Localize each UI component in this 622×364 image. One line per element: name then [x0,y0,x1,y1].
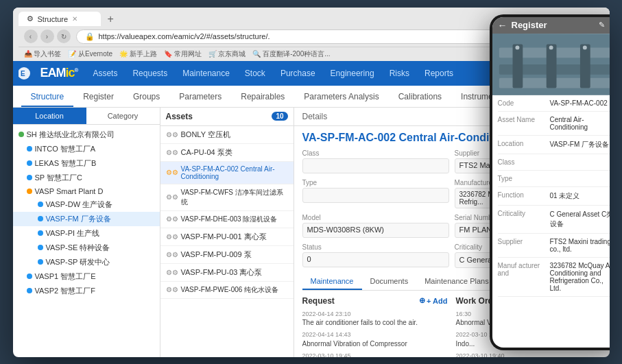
nav-maintenance[interactable]: Maintenance [176,64,237,82]
tree-item-sh[interactable]: SH 推达纸业北京有限公司 [13,128,160,142]
bookmark-jd[interactable]: 🛒 京东商城 [208,49,246,59]
detail-tab-maintenance-plans[interactable]: Maintenance Plans [416,274,497,290]
request-item-3[interactable]: 2022-03-10 19:45 Indoor unit is noisy. [302,352,448,357]
request-text: Abnormal Vibration of Compressor [302,339,448,349]
phone-row-asset-name: Asset Name Central Air-Conditioning [498,112,610,136]
work-order-item-3[interactable]: 2022-03-10 19:40 Air c... [456,352,601,357]
phone-asset-name-value: Central Air-Conditioning [550,116,610,131]
asset-item-label: BONLY 空压机 [181,130,230,140]
tree-item-vasp-fm[interactable]: VASP-FM 厂务设备 [13,212,160,226]
type-field: Type [302,179,449,208]
tree-item-label: VASP1 智慧工厂E [35,271,96,282]
dot-icon [27,189,32,194]
nav-purchase[interactable]: Purchase [274,64,322,82]
request-item-1[interactable]: 2022-04-14 23:10 The air conditioner fai… [302,310,448,328]
phone-class-value [550,158,610,166]
phone-title: Register [512,20,595,30]
class-value [302,158,449,173]
asset-item-label: VASP-FM-PWE-006 纯化水设备 [181,285,279,295]
refresh-button[interactable]: ↻ [57,29,71,43]
tab-close-btn[interactable]: ✕ [72,15,77,23]
tree-item-vasp-dw[interactable]: VASP-DW 生产设备 [13,197,160,212]
sub-nav-parameters[interactable]: Parameters [169,88,231,107]
tree-item-vasp-pi[interactable]: VASP-PI 生产线 [13,226,160,241]
tab-category[interactable]: Category [86,108,160,124]
nav-reports[interactable]: Reports [418,64,460,82]
dot-icon [27,175,32,180]
dot-icon [38,259,43,265]
bookmark-evernote[interactable]: 📝 从Evernote [68,49,112,59]
assets-label: Assets [166,112,193,121]
tree-item-vasp-se[interactable]: VASP-SE 特种设备 [13,241,160,255]
add-request-button[interactable]: ⊕ + Add [419,296,447,305]
dot-icon [38,245,43,250]
tree-item-sp[interactable]: SP 智慧工厂C [13,171,160,185]
sub-nav-groups[interactable]: Groups [123,88,169,107]
phone-row-function: Function 01 未定义 [498,187,610,206]
sub-nav-structure[interactable]: Structure [21,88,74,107]
bookmark-import[interactable]: 📥 导入书签 [24,49,62,59]
asset-item-bonly[interactable]: ⚙⚙ BONLY 空压机 [160,126,294,144]
tab-location[interactable]: Location [13,108,86,124]
bookmark-baidu[interactable]: 🔍 百度翻译-200种语言... [252,49,330,59]
asset-item-va-sp-fm-ac-002[interactable]: ⚙⚙ VA-SP-FM-AC-002 Central Air-Condition… [160,162,294,184]
phone-function-value: 01 未定义 [550,191,610,201]
sub-nav-calibrations[interactable]: Calibrations [389,88,451,107]
tree-item-label: VASP-DW 生产设备 [46,199,113,210]
svg-point-11 [582,45,586,49]
back-button[interactable]: ‹ [24,29,38,43]
request-list: 2022-04-14 23:10 The air conditioner fai… [302,310,448,357]
nav-stock[interactable]: Stock [238,64,272,82]
location-category-tabs: Location Category [13,108,160,125]
svg-rect-7 [546,44,556,88]
sub-nav-repairables[interactable]: Repairables [231,88,294,107]
type-label: Type [302,179,449,186]
phone-top-bar: ← Register ✎ ✕ [492,17,610,34]
sub-nav-parameters-analysis[interactable]: Parameters Analysis [294,88,388,107]
phone-type-label: Type [498,175,546,182]
new-tab-button[interactable]: + [104,12,118,27]
phone-supplier-value: FTS2 Maxini trading co., ltd. [550,238,610,253]
asset-item-pu-03[interactable]: ⚙⚙ VASP-FM-PU-03 离心泵 [160,264,294,282]
svg-point-9 [515,45,519,49]
hvac-image [492,34,610,95]
svg-rect-6 [512,44,523,88]
detail-tab-documents[interactable]: Documents [362,274,417,290]
asset-item-pu-009[interactable]: ⚙⚙ VASP-FM-PU-009 泵 [160,246,294,264]
browser-nav-buttons: ‹ › ↻ [24,29,71,43]
tree-item-lekas[interactable]: LEKAS 智慧工厂B [13,156,160,171]
tree-item-intco[interactable]: INTCO 智慧工厂A [13,142,160,156]
nav-assets[interactable]: Assets [86,64,124,82]
asset-item-pwe-006[interactable]: ⚙⚙ VASP-FM-PWE-006 纯化水设备 [160,282,294,299]
nav-requests[interactable]: Requests [125,64,174,82]
nav-risks[interactable]: Risks [383,64,416,82]
request-date: 2022-03-10 19:45 [302,352,448,357]
tree-item-vasp[interactable]: VASP Smart Plant D [13,185,160,197]
asset-icon: ⚙⚙ [166,149,178,156]
dot-icon [38,202,43,207]
asset-item-ca-pu-04[interactable]: ⚙⚙ CA-PU-04 泵类 [160,144,294,162]
asset-item-cwfs[interactable]: ⚙⚙ VASP-FM-CWFS 洁净车间过滤系统 [160,184,294,211]
nav-engineering[interactable]: Engineering [324,64,381,82]
add-label: + Add [427,297,447,305]
assets-count-badge: 10 [272,112,287,121]
detail-tab-maintenance[interactable]: Maintenance [302,274,362,290]
asset-item-dhe-003[interactable]: ⚙⚙ VASP-FM-DHE-003 除湿机设备 [160,211,294,228]
phone-back-button[interactable]: ← [498,20,507,31]
tree-item-label: VASP Smart Plant D [35,187,104,195]
asset-item-pu-001[interactable]: ⚙⚙ VASP-FM-PU-001 离心泵 [160,228,294,246]
tree-item-vasp1[interactable]: VASP1 智慧工厂E [13,269,160,284]
request-item-2[interactable]: 2022-04-14 14:43 Abnormal Vibration of C… [302,330,448,349]
sub-nav-register[interactable]: Register [73,88,123,107]
asset-icon: ⚙⚙ [166,233,178,241]
dot-icon [27,288,32,293]
phone-close-button[interactable]: ✕ [609,21,610,29]
model-label: Model [302,214,449,221]
browser-tab-active[interactable]: ⚙ Structure ✕ [19,12,101,26]
bookmark-new-user[interactable]: 🌟 新手上路 [119,49,157,59]
phone-edit-button[interactable]: ✎ [599,21,605,29]
tree-item-vasp-sp[interactable]: VASP-SP 研发中心 [13,255,160,269]
bookmark-common[interactable]: 🔖 常用网址 [164,49,202,59]
forward-button[interactable]: › [40,29,54,43]
tree-item-vasp2[interactable]: VASP2 智慧工厂F [13,284,160,298]
